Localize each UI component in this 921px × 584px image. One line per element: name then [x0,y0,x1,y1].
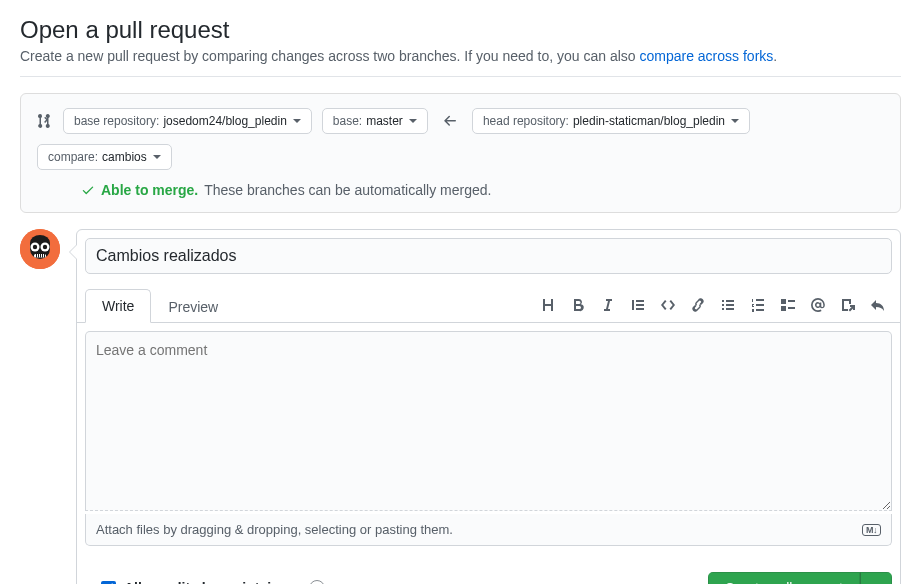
caret-down-icon [409,119,417,123]
code-icon[interactable] [660,297,676,313]
italic-icon[interactable] [600,297,616,313]
allow-edits-label: Allow edits by maintainers [124,580,301,584]
markdown-toolbar [540,297,892,313]
merge-status-strong: Able to merge. [101,182,198,198]
tab-preview[interactable]: Preview [151,290,235,323]
attach-hint-text: Attach files by dragging & dropping, sel… [96,522,453,537]
branch-compare-box: base repository: josedom24/blog_pledin b… [20,93,901,213]
create-pr-options-button[interactable] [860,572,892,584]
compare-forks-link[interactable]: compare across forks [639,48,773,64]
heading-icon[interactable] [540,297,556,313]
mention-icon[interactable] [810,297,826,313]
check-icon [81,183,95,197]
svg-rect-8 [40,254,41,258]
merge-status-text: These branches can be automatically merg… [204,182,491,198]
compare-branch-selector[interactable]: compare: cambios [37,144,172,170]
comment-tabs: Write Preview [77,288,900,323]
page-subtitle: Create a new pull request by comparing c… [20,48,901,64]
svg-point-3 [33,245,37,249]
allow-edits-row[interactable]: Allow edits by maintainers ? [101,580,325,584]
git-compare-icon [37,113,53,129]
svg-rect-7 [38,254,39,258]
attach-hint-row[interactable]: Attach files by dragging & dropping, sel… [85,514,892,546]
svg-rect-10 [44,254,45,258]
caret-down-icon [153,155,161,159]
numbered-list-icon[interactable] [750,297,766,313]
pr-form: Write Preview Attach files by dragging [76,229,901,584]
svg-rect-6 [36,254,37,258]
header-divider [20,76,901,77]
bullet-list-icon[interactable] [720,297,736,313]
caret-down-icon [293,119,301,123]
create-pr-button-group: Create pull request [708,572,892,584]
bold-icon[interactable] [570,297,586,313]
page-title: Open a pull request [20,16,901,44]
head-repository-selector[interactable]: head repository: pledin-staticman/blog_p… [472,108,750,134]
task-list-icon[interactable] [780,297,796,313]
tab-write[interactable]: Write [85,289,151,323]
link-icon[interactable] [690,297,706,313]
markdown-badge-icon[interactable]: M↓ [862,524,881,536]
page-header: Open a pull request Create a new pull re… [20,16,901,64]
caret-down-icon [731,119,739,123]
reply-icon[interactable] [870,297,886,313]
base-branch-selector[interactable]: base: master [322,108,428,134]
quote-icon[interactable] [630,297,646,313]
svg-rect-9 [42,254,43,258]
help-icon[interactable]: ? [309,580,325,584]
create-pr-button[interactable]: Create pull request [708,572,860,584]
pr-title-input[interactable] [85,238,892,274]
arrow-left-icon [442,113,458,129]
comment-textarea[interactable] [85,331,892,511]
allow-edits-checkbox[interactable] [101,581,116,585]
avatar [20,229,60,269]
cross-reference-icon[interactable] [840,297,856,313]
svg-point-4 [43,245,47,249]
merge-status: Able to merge. These branches can be aut… [81,182,884,198]
base-repository-selector[interactable]: base repository: josedom24/blog_pledin [63,108,312,134]
